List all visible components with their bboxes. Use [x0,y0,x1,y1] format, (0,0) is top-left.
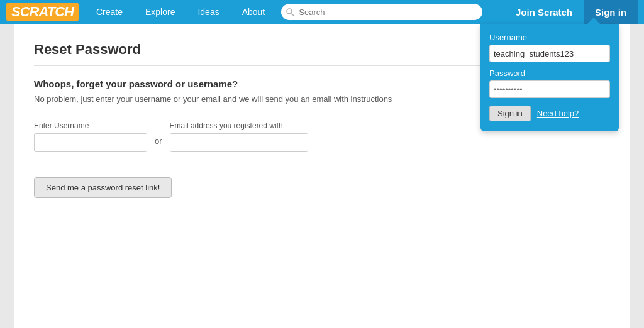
nav-ideas[interactable]: Ideas [186,0,230,24]
username-input[interactable] [489,45,610,62]
enter-username-label: Enter Username [34,121,147,130]
reset-description: No problem, just enter your username or … [34,94,462,104]
email-group: Email address you registered with [170,121,308,152]
nav-right: Join Scratch Sign in [504,0,638,24]
signin-dropdown: Username Password Sign in Need help? [480,24,619,131]
signin-button[interactable]: Sign in [489,106,531,121]
need-help-link[interactable]: Need help? [537,109,579,118]
nav-explore[interactable]: Explore [134,0,186,24]
join-scratch-link[interactable]: Join Scratch [504,0,584,24]
username-label: Username [489,33,610,42]
search-input[interactable] [281,4,482,20]
scratch-logo[interactable]: SCRATCH [6,3,79,21]
nav-create[interactable]: Create [85,0,134,24]
reset-username-input[interactable] [34,133,147,152]
nav-links: Create Explore Ideas About [85,0,276,24]
reset-submit-button[interactable]: Send me a password reset link! [34,177,172,198]
username-group: Enter Username [34,121,147,152]
password-label: Password [489,68,610,78]
email-label: Email address you registered with [170,121,308,130]
nav-about[interactable]: About [231,0,277,24]
password-input[interactable] [489,80,610,98]
search-container [281,4,504,20]
reset-email-input[interactable] [170,133,308,152]
or-separator: or [155,136,162,146]
page-content: Username Password Sign in Need help? Res… [14,24,630,328]
signin-actions: Sign in Need help? [489,106,610,121]
navbar: SCRATCH Create Explore Ideas About Join … [0,0,644,24]
